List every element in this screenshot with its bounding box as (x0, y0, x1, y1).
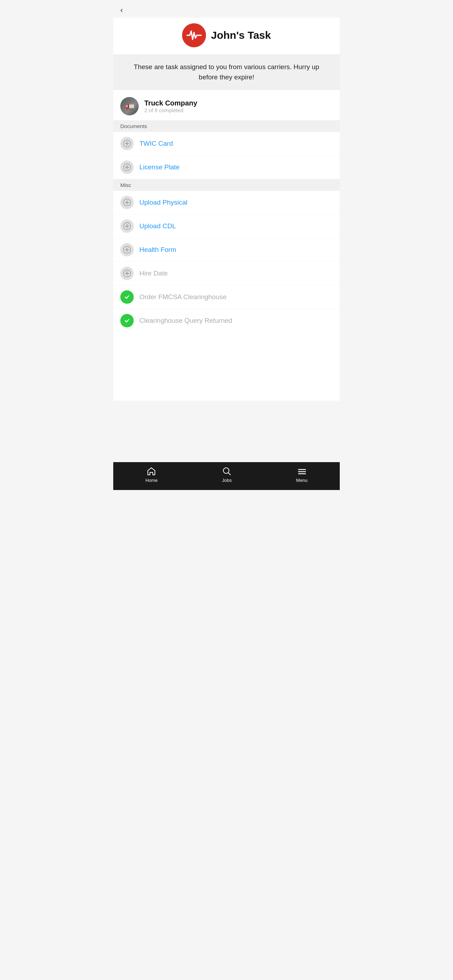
task-label-clearinghouse-query: Clearinghouse Query Returned (139, 317, 232, 325)
subtitle-bar: These are task assigned to you from vari… (113, 54, 340, 90)
task-item-health-form[interactable]: Health Form (113, 238, 340, 262)
company-progress: 2 of 8 completed (144, 107, 197, 113)
nav-label-menu: Menu (296, 478, 308, 483)
task-item-hire-date[interactable]: Hire Date (113, 262, 340, 285)
company-avatar (120, 97, 139, 115)
svg-point-18 (124, 294, 130, 301)
task-item-license-plate[interactable]: License Plate (113, 156, 340, 179)
task-item-upload-cdl[interactable]: Upload CDL (113, 215, 340, 238)
section-header-misc: Misc (113, 179, 340, 191)
task-label-upload-physical: Upload Physical (139, 199, 188, 206)
task-item-order-fmcsa[interactable]: Order FMCSA Clearinghouse (113, 285, 340, 309)
company-info: Truck Company 2 of 8 completed (144, 99, 197, 113)
add-icon-license-plate (120, 161, 134, 174)
check-icon-clearinghouse-query (120, 314, 134, 328)
task-label-order-fmcsa: Order FMCSA Clearinghouse (139, 293, 227, 301)
content-area: Truck Company 2 of 8 completed Documents… (113, 90, 340, 401)
task-item-clearinghouse-query[interactable]: Clearinghouse Query Returned (113, 309, 340, 332)
back-button[interactable]: ‹ (120, 6, 123, 15)
add-icon-upload-physical (120, 196, 134, 209)
nav-item-jobs[interactable]: Jobs (222, 466, 232, 483)
task-label-upload-cdl: Upload CDL (139, 222, 176, 230)
section-header-documents: Documents (113, 120, 340, 132)
check-icon-order-fmcsa (120, 290, 134, 304)
nav-item-home[interactable]: Home (145, 466, 158, 483)
search-icon (222, 466, 232, 476)
add-icon-twic-card (120, 137, 134, 150)
nav-label-home: Home (145, 478, 158, 483)
nav-label-jobs: Jobs (222, 478, 231, 483)
nav-item-menu[interactable]: Menu (296, 466, 308, 483)
page-title: John's Task (211, 29, 271, 41)
task-item-twic-card[interactable]: TWIC Card (113, 132, 340, 156)
task-label-license-plate: License Plate (139, 163, 180, 171)
add-icon-hire-date (120, 267, 134, 280)
bottom-nav: Home Jobs Menu (113, 462, 340, 490)
add-icon-upload-cdl (120, 220, 134, 233)
app-logo (182, 23, 206, 47)
task-label-twic-card: TWIC Card (139, 140, 173, 148)
subtitle-text: These are task assigned to you from vari… (124, 62, 329, 82)
task-item-upload-physical[interactable]: Upload Physical (113, 191, 340, 215)
svg-line-21 (228, 473, 230, 475)
svg-point-19 (124, 317, 130, 324)
home-icon (146, 466, 156, 476)
top-bar: ‹ (113, 0, 340, 18)
header: John's Task (113, 18, 340, 54)
task-label-hire-date: Hire Date (139, 269, 168, 277)
add-icon-health-form (120, 243, 134, 256)
task-label-health-form: Health Form (139, 246, 176, 254)
menu-icon (297, 466, 307, 476)
company-row: Truck Company 2 of 8 completed (113, 90, 340, 120)
company-name: Truck Company (144, 99, 197, 107)
